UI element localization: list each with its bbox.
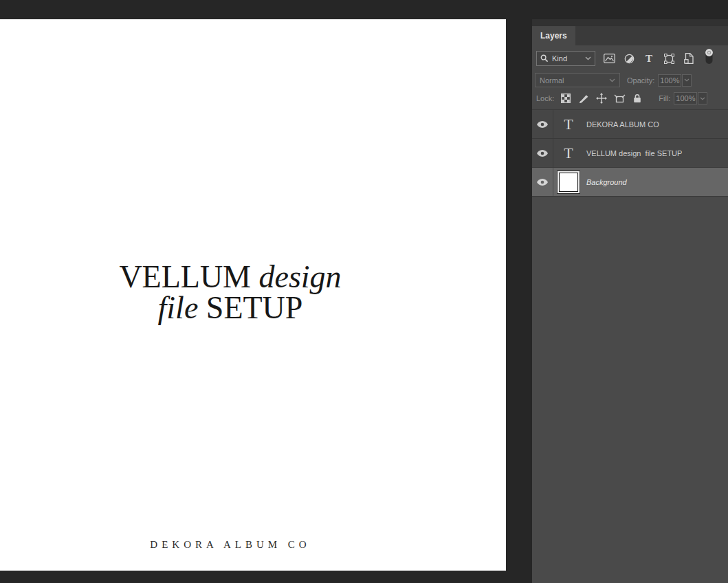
layer-row-vellum-design-file-setup[interactable]: T VELLUM design file SETUP <box>532 139 728 168</box>
layer-row-background[interactable]: Background <box>532 168 728 197</box>
smart-object-filter-icon[interactable] <box>682 52 696 65</box>
heading-italic-text: design <box>259 259 342 294</box>
tab-layers-label: Layers <box>540 31 567 41</box>
canvas-heading-line2: file SETUP <box>0 292 461 323</box>
visibility-cell[interactable] <box>532 168 553 196</box>
canvas-heading: VELLUM design file SETUP <box>0 261 461 323</box>
heading-regular-text: SETUP <box>198 290 302 325</box>
chevron-down-icon <box>585 56 591 60</box>
blend-opacity-row: Normal Opacity: 100% <box>532 72 728 89</box>
blend-mode-value: Normal <box>540 76 609 85</box>
lock-label: Lock: <box>536 94 554 102</box>
adjustment-layer-filter-icon[interactable] <box>622 52 636 65</box>
top-bar <box>0 0 728 19</box>
type-thumbnail-glyph: T <box>564 117 573 132</box>
opacity-dropdown-button[interactable] <box>682 74 692 87</box>
filter-icon-buttons: T <box>602 52 716 65</box>
photoshop-workspace: VELLUM design file SETUP DEKORA ALBUM CO… <box>0 0 728 583</box>
visibility-cell[interactable] <box>532 139 553 167</box>
visibility-cell[interactable] <box>532 110 553 138</box>
layer-name: Background <box>584 168 627 196</box>
opacity-label: Opacity: <box>627 76 654 85</box>
layer-row-dekora-album-co[interactable]: T DEKORA ALBUM CO <box>532 110 728 139</box>
fill-label: Fill: <box>659 94 670 102</box>
lock-fill-row: Lock: <box>532 89 728 108</box>
layers-panel-controls: Kind T <box>532 45 728 109</box>
fill-dropdown-button[interactable] <box>698 92 707 104</box>
shape-layer-filter-icon[interactable] <box>662 52 676 65</box>
opacity-value-field[interactable]: 100% <box>658 74 681 87</box>
layer-list: T DEKORA ALBUM CO T VELLUM design file S… <box>532 109 728 197</box>
eye-icon[interactable] <box>537 179 548 186</box>
type-layer-filter-icon[interactable]: T <box>642 52 656 65</box>
chevron-down-icon <box>609 78 615 82</box>
search-icon <box>540 54 549 63</box>
layer-filtering-toggle[interactable] <box>702 50 716 63</box>
blend-mode-dropdown[interactable]: Normal <box>535 73 620 87</box>
layer-name: VELLUM design file SETUP <box>584 139 682 167</box>
document-canvas[interactable]: VELLUM design file SETUP DEKORA ALBUM CO <box>0 19 506 571</box>
background-thumbnail-swatch <box>559 173 578 192</box>
lock-all-icon[interactable] <box>631 92 643 104</box>
filter-kind-dropdown[interactable]: Kind <box>536 51 595 66</box>
panel-top-strip <box>532 19 728 26</box>
lock-artboard-icon[interactable] <box>613 92 626 104</box>
lock-image-pixels-icon[interactable] <box>577 92 590 104</box>
eye-icon[interactable] <box>537 121 548 128</box>
pixel-layer-filter-icon[interactable] <box>602 52 616 65</box>
eye-icon[interactable] <box>537 150 548 157</box>
tab-layers[interactable]: Layers <box>532 26 575 45</box>
heading-regular-text: VELLUM <box>119 259 258 294</box>
lock-icon-buttons <box>560 92 643 104</box>
heading-italic-text: file <box>158 290 199 325</box>
canvas-heading-line1: VELLUM design <box>0 261 461 292</box>
lock-position-icon[interactable] <box>595 92 608 104</box>
type-layer-thumbnail[interactable]: T <box>553 139 584 167</box>
layers-panel: Layers Kind <box>532 19 728 583</box>
canvas-footer-text: DEKORA ALBUM CO <box>0 539 461 551</box>
panel-tab-row: Layers <box>532 26 728 45</box>
layer-list-empty-area[interactable] <box>532 197 728 583</box>
layer-name: DEKORA ALBUM CO <box>584 110 659 138</box>
filter-kind-label: Kind <box>552 54 585 63</box>
type-layer-thumbnail[interactable]: T <box>553 110 584 138</box>
fill-value-field[interactable]: 100% <box>674 92 697 104</box>
layer-filter-row: Kind T <box>532 45 728 72</box>
type-thumbnail-glyph: T <box>564 146 573 161</box>
background-layer-thumbnail[interactable] <box>553 168 584 196</box>
lock-transparent-pixels-icon[interactable] <box>560 92 572 104</box>
